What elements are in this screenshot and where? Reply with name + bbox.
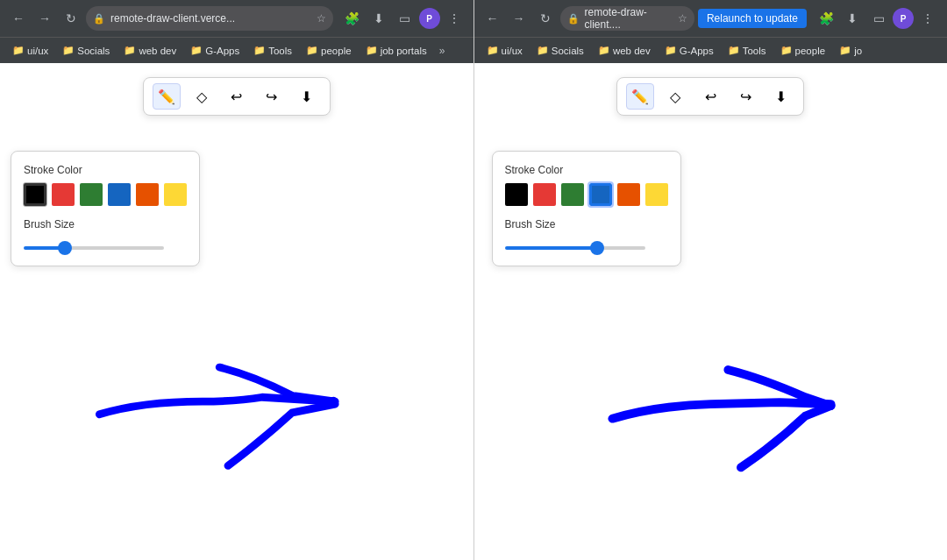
left-swatch-blue[interactable] bbox=[108, 183, 131, 206]
left-swatch-black[interactable] bbox=[24, 183, 46, 206]
left-profile-avatar[interactable]: P bbox=[419, 8, 440, 29]
right-forward-btn[interactable]: → bbox=[508, 7, 530, 30]
right-refresh-btn[interactable]: ↻ bbox=[534, 7, 557, 30]
left-address-bar: ← → ↻ 🔒 remote-draw-client.verce... ☆ 🧩 … bbox=[0, 0, 474, 37]
right-bookmark-webdev[interactable]: 📁 web dev bbox=[593, 43, 656, 58]
folder-icon: 📁 bbox=[780, 45, 793, 56]
right-brush-slider[interactable] bbox=[505, 246, 645, 250]
left-swatch-green[interactable] bbox=[80, 183, 103, 206]
right-swatch-orange[interactable] bbox=[617, 183, 640, 206]
left-swatch-yellow[interactable] bbox=[164, 183, 187, 206]
left-color-row bbox=[24, 183, 187, 206]
left-lock-icon: 🔒 bbox=[93, 13, 105, 25]
folder-icon: 📁 bbox=[366, 45, 378, 56]
left-extensions-btn[interactable]: 🧩 bbox=[340, 6, 365, 31]
right-eraser-tool[interactable]: ◇ bbox=[661, 83, 689, 110]
right-toolbar-icons: 🧩 ⬇ ▭ P ⋮ bbox=[814, 6, 940, 31]
left-url-box[interactable]: 🔒 remote-draw-client.verce... ☆ bbox=[86, 6, 333, 31]
right-bookmark-tools[interactable]: 📁 Tools bbox=[723, 43, 772, 58]
right-brush-section: Brush Size bbox=[505, 218, 668, 253]
left-redo-tool[interactable]: ↪ bbox=[258, 83, 286, 110]
right-url-box[interactable]: 🔒 remote-draw-client.... ☆ bbox=[560, 6, 694, 31]
left-bookmark-socials[interactable]: 📁 Socials bbox=[57, 43, 115, 58]
right-stroke-label: Stroke Color bbox=[505, 164, 668, 176]
right-brush-label: Brush Size bbox=[505, 218, 668, 230]
left-refresh-btn[interactable]: ↻ bbox=[60, 7, 82, 30]
left-swatch-red[interactable] bbox=[52, 183, 75, 206]
left-bookmark-uiux[interactable]: 📁 ui/ux bbox=[7, 43, 53, 58]
folder-icon: 📁 bbox=[487, 45, 499, 56]
right-swatch-green[interactable] bbox=[561, 183, 584, 206]
right-bookmarks-bar: 📁 ui/ux 📁 Socials 📁 web dev 📁 G-Apps 📁 bbox=[474, 37, 948, 63]
left-bookmarks-more[interactable]: » bbox=[436, 43, 449, 59]
right-url-text: remote-draw-client.... bbox=[585, 6, 673, 31]
right-undo-tool[interactable]: ↩ bbox=[696, 83, 724, 110]
right-extensions-btn[interactable]: 🧩 bbox=[814, 6, 838, 31]
right-star-icon[interactable]: ☆ bbox=[678, 12, 687, 25]
right-canvas[interactable]: ✏️ ◇ ↩ ↪ ⬇ Stroke Color bbox=[474, 63, 948, 560]
left-bookmarks-bar: 📁 ui/ux 📁 Socials 📁 web dev 📁 G-Apps 📁 bbox=[0, 37, 474, 63]
right-browser-pane: ← → ↻ 🔒 remote-draw-client.... ☆ Relaunc… bbox=[474, 0, 948, 560]
browser-split: ← → ↻ 🔒 remote-draw-client.verce... ☆ 🧩 … bbox=[0, 0, 947, 560]
right-drawing-toolbar: ✏️ ◇ ↩ ↪ ⬇ bbox=[616, 77, 804, 116]
right-address-bar: ← → ↻ 🔒 remote-draw-client.... ☆ Relaunc… bbox=[474, 0, 948, 37]
right-color-row bbox=[505, 183, 668, 206]
left-color-panel: Stroke Color Brush Size bbox=[11, 151, 200, 266]
left-tab-btn[interactable]: ▭ bbox=[393, 6, 417, 31]
right-back-btn[interactable]: ← bbox=[481, 7, 504, 30]
right-lock-icon: 🔒 bbox=[567, 13, 580, 25]
right-bookmark-socials[interactable]: 📁 Socials bbox=[531, 43, 589, 58]
right-swatch-yellow[interactable] bbox=[645, 183, 668, 206]
right-profile-avatar[interactable]: P bbox=[893, 8, 914, 29]
right-pencil-tool[interactable]: ✏️ bbox=[626, 83, 654, 110]
right-arrow-svg bbox=[474, 63, 948, 560]
folder-icon: 📁 bbox=[306, 45, 318, 56]
left-pencil-tool[interactable]: ✏️ bbox=[153, 83, 181, 110]
left-toolbar-icons: 🧩 ⬇ ▭ P ⋮ bbox=[340, 6, 466, 31]
left-menu-btn[interactable]: ⋮ bbox=[442, 6, 466, 31]
right-tab-btn[interactable]: ▭ bbox=[866, 6, 891, 31]
folder-icon: 📁 bbox=[728, 45, 740, 56]
left-bookmark-jobportals[interactable]: 📁 job portals bbox=[360, 43, 432, 58]
right-bookmark-people[interactable]: 📁 people bbox=[775, 43, 831, 58]
right-swatch-black[interactable] bbox=[505, 183, 528, 206]
left-swatch-orange[interactable] bbox=[136, 183, 159, 206]
left-undo-tool[interactable]: ↩ bbox=[223, 83, 251, 110]
right-bookmark-jo[interactable]: 📁 jo bbox=[834, 43, 867, 58]
left-download-btn[interactable]: ⬇ bbox=[367, 6, 391, 31]
left-bookmark-tools[interactable]: 📁 Tools bbox=[248, 43, 297, 58]
left-download-tool[interactable]: ⬇ bbox=[293, 83, 321, 110]
left-arrow-svg bbox=[0, 63, 474, 560]
left-star-icon[interactable]: ☆ bbox=[317, 12, 326, 25]
left-eraser-tool[interactable]: ◇ bbox=[188, 83, 216, 110]
right-menu-btn[interactable]: ⋮ bbox=[915, 6, 940, 31]
folder-icon: 📁 bbox=[537, 45, 549, 56]
relaunch-button[interactable]: Relaunch to update bbox=[698, 9, 807, 28]
left-forward-btn[interactable]: → bbox=[33, 7, 56, 30]
browser-window: ← → ↻ 🔒 remote-draw-client.verce... ☆ 🧩 … bbox=[0, 0, 947, 560]
right-swatch-red[interactable] bbox=[533, 183, 556, 206]
left-stroke-label: Stroke Color bbox=[24, 164, 187, 176]
folder-icon: 📁 bbox=[839, 45, 851, 56]
folder-icon: 📁 bbox=[124, 45, 136, 56]
left-brush-label: Brush Size bbox=[24, 218, 187, 230]
folder-icon: 📁 bbox=[598, 45, 610, 56]
left-bookmark-gapps[interactable]: 📁 G-Apps bbox=[185, 43, 245, 58]
left-browser-pane: ← → ↻ 🔒 remote-draw-client.verce... ☆ 🧩 … bbox=[0, 0, 474, 560]
left-drawing-toolbar: ✏️ ◇ ↩ ↪ ⬇ bbox=[143, 77, 331, 116]
right-bookmark-gapps[interactable]: 📁 G-Apps bbox=[659, 43, 719, 58]
folder-icon: 📁 bbox=[190, 45, 203, 56]
left-canvas[interactable]: ✏️ ◇ ↩ ↪ ⬇ Stroke Color bbox=[0, 63, 474, 560]
right-bookmark-uiux[interactable]: 📁 ui/ux bbox=[481, 43, 528, 58]
folder-icon: 📁 bbox=[12, 45, 25, 56]
left-brush-slider[interactable] bbox=[24, 246, 164, 250]
right-color-panel: Stroke Color Brush Size bbox=[492, 151, 681, 266]
right-redo-tool[interactable]: ↪ bbox=[731, 83, 759, 110]
right-download-tool[interactable]: ⬇ bbox=[766, 83, 794, 110]
left-brush-section: Brush Size bbox=[24, 218, 187, 253]
right-download-btn[interactable]: ⬇ bbox=[840, 6, 865, 31]
left-bookmark-webdev[interactable]: 📁 web dev bbox=[118, 43, 182, 58]
right-swatch-blue[interactable] bbox=[589, 183, 612, 206]
left-bookmark-people[interactable]: 📁 people bbox=[301, 43, 357, 58]
left-back-btn[interactable]: ← bbox=[7, 7, 30, 30]
